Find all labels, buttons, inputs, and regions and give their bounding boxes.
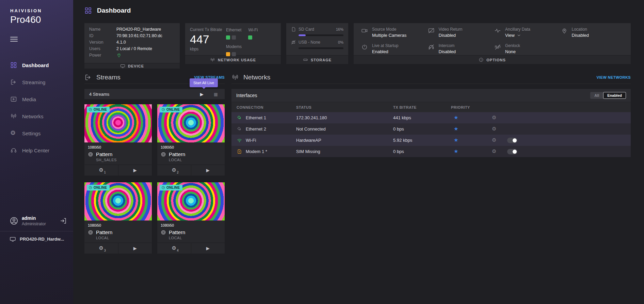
storage-footer-link[interactable]: STORAGE xyxy=(286,55,348,64)
start-all-streams-button[interactable]: ▶ xyxy=(200,92,204,96)
option-live-at-startup: Live at Startup Enabled xyxy=(361,43,424,55)
modems-status-group: Modems xyxy=(226,44,258,58)
column-connection: CONNECTION xyxy=(237,105,296,109)
priority-star-icon[interactable]: ★ xyxy=(451,126,492,132)
status-badge: ONLINE xyxy=(160,107,182,112)
column-priority: PRIORITY xyxy=(451,105,631,109)
sidebar-item-dashboard[interactable]: Dashboard xyxy=(0,57,73,74)
column-tx-bitrate: TX BITRATE xyxy=(393,105,451,109)
view-networks-link[interactable]: VIEW NETWORKS xyxy=(596,75,631,79)
sidebar-item-streaming[interactable]: Streaming xyxy=(0,74,73,91)
avatar-icon xyxy=(10,216,18,225)
interface-row-ethernet2[interactable]: Ethernet 2 Not Connected 0 bps ★ ⚙ xyxy=(231,123,631,135)
interface-settings-icon[interactable]: ⚙ xyxy=(492,149,507,154)
filter-enabled-button[interactable]: Enabled xyxy=(603,92,626,99)
interfaces-title: Interfaces xyxy=(236,93,257,98)
interface-status: 172.30.241.180 xyxy=(296,115,393,120)
ethernet-connector-icon xyxy=(237,115,242,121)
clock-icon xyxy=(88,186,92,189)
page-header: Dashboard xyxy=(84,0,631,21)
page-title: Dashboard xyxy=(97,7,131,14)
user-role: Administrator xyxy=(22,222,46,226)
field-value: PRO420-RD_Hardware xyxy=(116,27,161,32)
option-value: Multiple Cameras xyxy=(372,33,406,38)
sidebar-item-settings[interactable]: ⚙ Settings xyxy=(0,125,73,142)
option-source-mode: Source Mode Multiple Cameras xyxy=(361,27,424,39)
stream-settings-button[interactable]: ⚙4 xyxy=(157,243,191,254)
streams-icon xyxy=(84,74,92,81)
brand-logo: HAIVISION Pro460 xyxy=(0,0,73,25)
option-label: Intercom xyxy=(439,43,456,48)
menu-toggle-icon[interactable] xyxy=(10,37,18,42)
option-location: Location Disabled xyxy=(561,27,624,39)
stream-thumbnail[interactable]: ONLINE xyxy=(157,182,225,221)
interface-bitrate: 0 bps xyxy=(393,126,451,132)
priority-star-icon[interactable]: ★ xyxy=(451,115,492,120)
interface-status: HardwareAP xyxy=(296,138,393,143)
device-footer-link[interactable]: DEVICE xyxy=(84,63,180,69)
start-all-live-tooltip: Start All Live xyxy=(190,78,218,87)
gear-icon: ⚙4 xyxy=(172,246,176,251)
sidebar-item-media[interactable]: Media xyxy=(0,91,73,108)
stop-all-streams-button[interactable]: ■ xyxy=(214,92,218,96)
user-menu[interactable]: admin Administrator xyxy=(0,215,73,231)
priority-star-icon[interactable]: ★ xyxy=(451,138,492,143)
status-badge-label: ONLINE xyxy=(166,186,180,189)
option-ancillary-data: Ancillary Data View xyxy=(494,27,558,39)
video-return-disabled-icon xyxy=(428,27,435,34)
option-label: Live at Startup xyxy=(372,43,398,48)
stream-resolution: 1080i50 xyxy=(88,145,148,149)
sidebar-item-help-center[interactable]: Help Center xyxy=(0,142,73,159)
streams-section: Streams VIEW STREAMS Start All Live 4 St… xyxy=(84,71,225,254)
networks-title: Networks xyxy=(243,74,270,81)
wifi-enable-toggle[interactable] xyxy=(507,138,517,143)
network-usage-footer-label: NETWORK USAGE xyxy=(218,58,256,62)
gear-icon: ⚙2 xyxy=(172,168,176,173)
ancillary-data-dropdown[interactable]: View xyxy=(505,33,530,38)
interface-settings-icon[interactable]: ⚙ xyxy=(492,126,507,132)
stream-index: 2 xyxy=(177,171,179,174)
interface-settings-icon[interactable]: ⚙ xyxy=(492,115,507,120)
interface-bitrate: 0 bps xyxy=(393,149,451,154)
stream-play-button[interactable]: ▶ xyxy=(191,165,225,176)
interface-settings-icon[interactable]: ⚙ xyxy=(492,138,507,143)
sidebar-item-networks[interactable]: Networks xyxy=(0,108,73,125)
device-power-row: Power xyxy=(89,53,175,58)
options-footer-link[interactable]: OPTIONS xyxy=(354,55,631,64)
interface-name: Wi-Fi xyxy=(246,138,256,143)
stream-settings-button[interactable]: ⚙1 xyxy=(84,165,118,176)
genlock-disabled-icon xyxy=(494,44,501,50)
stream-index: 1 xyxy=(104,171,106,174)
stream-resolution: 1080i50 xyxy=(88,223,148,227)
ethernet-label: Ethernet xyxy=(226,28,241,32)
interface-row-modem1[interactable]: Modem 1 * SIM Missing 0 bps ★ ⚙ xyxy=(231,146,631,157)
field-label: Power xyxy=(89,53,116,58)
wifi-status-indicator xyxy=(248,35,252,40)
interface-row-wifi[interactable]: Wi-Fi HardwareAP 5.92 kbps ★ ⚙ xyxy=(231,135,631,146)
device-name: PRO420-RD_Hardw... xyxy=(20,237,64,242)
interface-row-ethernet1[interactable]: Ethernet 1 172.30.241.180 441 kbps ★ ⚙ xyxy=(231,112,631,123)
device-selector: PRO420-RD_Hardw... xyxy=(0,231,73,247)
stream-settings-button[interactable]: ⚙2 xyxy=(157,165,191,176)
stream-play-button[interactable]: ▶ xyxy=(191,243,225,254)
stream-thumbnail[interactable]: ONLINE xyxy=(84,104,152,142)
status-badge-label: ONLINE xyxy=(94,186,107,189)
brand-name: HAIVISION xyxy=(10,8,73,13)
modem-enable-toggle[interactable] xyxy=(507,149,517,154)
status-badge: ONLINE xyxy=(87,107,110,112)
stream-play-button[interactable]: ▶ xyxy=(118,165,152,176)
logout-icon[interactable] xyxy=(60,217,67,225)
option-intercom: Intercom Disabled xyxy=(428,43,491,55)
filter-all-button[interactable]: All xyxy=(590,92,603,99)
main-content: Dashboard Name PRO420-RD_Hardware ID 70:… xyxy=(73,0,644,304)
device-footer-label: DEVICE xyxy=(128,64,144,68)
stream-source: LOCAL xyxy=(169,236,221,240)
stream-thumbnail[interactable]: ONLINE xyxy=(84,182,152,221)
stream-thumbnail[interactable]: ONLINE xyxy=(157,104,225,142)
option-label: Source Mode xyxy=(372,27,406,32)
stream-source: SH_SALES xyxy=(96,158,148,162)
sd-card-label: SD Card xyxy=(299,27,314,32)
stream-play-button[interactable]: ▶ xyxy=(118,243,152,254)
stream-settings-button[interactable]: ⚙3 xyxy=(84,243,118,254)
priority-star-icon[interactable]: ★ xyxy=(451,149,492,154)
